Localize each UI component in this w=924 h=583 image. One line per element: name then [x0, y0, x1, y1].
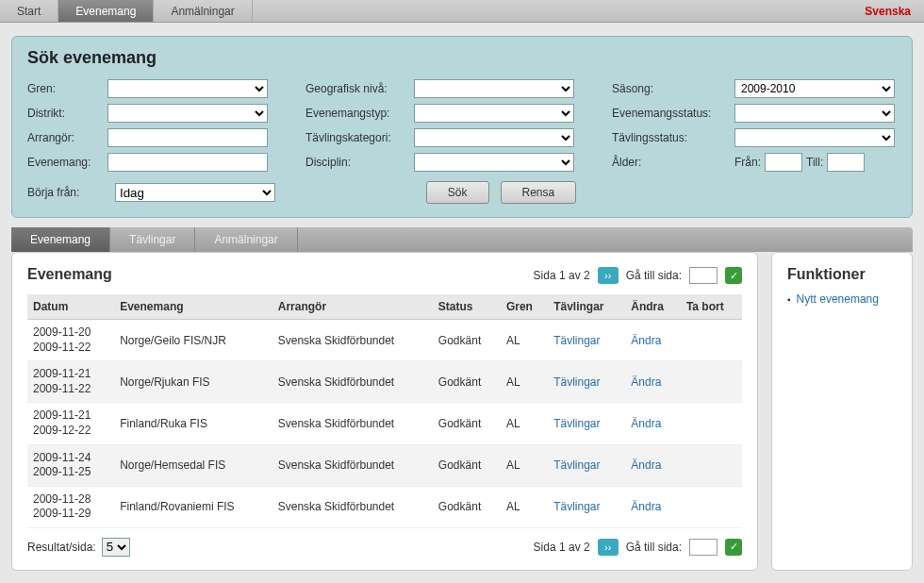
link-andra[interactable]: Ändra — [631, 458, 661, 472]
table-row: 2009-11-282009-11-29Finland/Rovaniemi FI… — [27, 486, 742, 527]
top-tab-start[interactable]: Start — [0, 0, 58, 22]
link-tavlingar[interactable]: Tävlingar — [553, 417, 600, 430]
cell-name: Norge/Rjukan FIS — [114, 361, 272, 403]
pager-next-bottom-icon[interactable]: ›› — [598, 539, 619, 556]
label-tavstatus: Tävlingsstatus: — [612, 131, 734, 144]
cell-date: 2009-11-212009-11-22 — [27, 361, 114, 403]
col-andra: Ändra — [625, 294, 681, 320]
cell-tabort — [681, 361, 742, 403]
cell-gren: AL — [501, 361, 548, 403]
goto-label-top: Gå till sida: — [626, 269, 682, 282]
input-alder-fran[interactable] — [765, 153, 802, 172]
language-switch[interactable]: Svenska — [851, 0, 924, 22]
table-row: 2009-11-212009-12-22Finland/Ruka FISSven… — [27, 403, 742, 444]
goto-button-bottom-icon[interactable]: ✓ — [725, 539, 742, 556]
link-tavlingar[interactable]: Tävlingar — [553, 458, 600, 472]
table-row: 2009-11-242009-11-25Norge/Hemsedal FISSv… — [27, 444, 742, 486]
link-tavlingar[interactable]: Tävlingar — [553, 375, 600, 389]
select-distrikt[interactable] — [107, 104, 268, 123]
goto-input-bottom[interactable] — [689, 539, 718, 556]
link-tavlingar[interactable]: Tävlingar — [553, 334, 600, 347]
search-title: Sök evenemang — [27, 48, 897, 68]
select-gren[interactable] — [107, 79, 268, 98]
goto-input-top[interactable] — [689, 267, 718, 284]
events-panel: Evenemang Sida 1 av 2 ›› Gå till sida: ✓… — [11, 252, 758, 571]
col-datum: Datum — [27, 294, 114, 320]
cell-gren: AL — [501, 320, 548, 361]
select-tavstatus[interactable] — [734, 128, 895, 147]
cell-status: Godkänt — [433, 486, 501, 527]
cell-arrangor: Svenska Skidförbundet — [272, 361, 433, 403]
subtab-tavlingar[interactable]: Tävlingar — [110, 227, 195, 252]
link-tavlingar[interactable]: Tävlingar — [553, 500, 600, 513]
cell-name: Finland/Ruka FIS — [114, 403, 272, 444]
cell-name: Norge/Hemsedal FIS — [114, 444, 272, 486]
cell-status: Godkänt — [433, 444, 501, 486]
results-label: Resultat/sida: — [27, 541, 96, 554]
input-arrangor[interactable] — [107, 128, 268, 147]
cell-tabort — [681, 444, 742, 486]
select-typ[interactable] — [414, 104, 574, 123]
cell-tabort — [681, 320, 742, 361]
pager-next-top-icon[interactable]: ›› — [598, 267, 619, 284]
subtabs: Evenemang Tävlingar Anmälningar — [11, 227, 913, 252]
cell-date: 2009-11-202009-11-22 — [27, 320, 114, 361]
label-kategori: Tävlingskategori: — [305, 131, 414, 144]
link-andra[interactable]: Ändra — [631, 334, 661, 347]
cell-tabort — [681, 486, 742, 527]
cell-date: 2009-11-282009-11-29 — [27, 486, 114, 527]
col-status: Status — [433, 294, 501, 320]
cell-date: 2009-11-212009-12-22 — [27, 403, 114, 444]
select-kategori[interactable] — [414, 128, 574, 147]
pager-text-top: Sida 1 av 2 — [534, 269, 590, 282]
label-evenemang: Evenemang: — [27, 156, 107, 169]
search-button[interactable]: Sök — [426, 181, 489, 204]
link-andra[interactable]: Ändra — [631, 500, 661, 513]
select-sasong[interactable]: 2009-2010 — [734, 79, 895, 98]
select-borja[interactable]: Idag — [115, 183, 275, 202]
label-fran: Från: — [734, 156, 761, 169]
subtab-anmalningar[interactable]: Anmälningar — [195, 227, 297, 252]
functions-panel: Funktioner Nytt evenemang — [771, 252, 913, 571]
input-alder-till[interactable] — [827, 153, 865, 172]
cell-tabort — [681, 403, 742, 444]
cell-gren: AL — [501, 444, 548, 486]
cell-status: Godkänt — [433, 320, 501, 361]
input-evenemang[interactable] — [107, 153, 268, 172]
subtab-evenemang[interactable]: Evenemang — [11, 227, 110, 252]
link-andra[interactable]: Ändra — [631, 375, 661, 389]
select-disciplin[interactable] — [414, 153, 574, 172]
label-sasong: Säsong: — [612, 82, 734, 95]
pager-text-bottom: Sida 1 av 2 — [534, 541, 590, 554]
cell-date: 2009-11-242009-11-25 — [27, 444, 114, 486]
top-tab-anmalningar[interactable]: Anmälningar — [154, 0, 252, 22]
cell-name: Finland/Rovaniemi FIS — [114, 486, 272, 527]
top-tab-evenemang[interactable]: Evenemang — [58, 0, 154, 22]
cell-arrangor: Svenska Skidförbundet — [272, 444, 433, 486]
label-arrangor: Arrangör: — [27, 131, 107, 144]
cell-status: Godkänt — [433, 403, 501, 444]
col-gren: Gren — [501, 294, 548, 320]
label-gren: Gren: — [27, 82, 107, 95]
top-nav: Start Evenemang Anmälningar Svenska — [0, 0, 924, 23]
cell-arrangor: Svenska Skidförbundet — [272, 486, 433, 527]
functions-title: Funktioner — [787, 266, 897, 283]
cell-arrangor: Svenska Skidförbundet — [272, 320, 433, 361]
results-select[interactable]: 5 — [102, 538, 130, 557]
col-tabort: Ta bort — [681, 294, 742, 320]
clear-button[interactable]: Rensa — [501, 181, 577, 204]
label-distrikt: Distrikt: — [27, 107, 107, 120]
col-evenemang: Evenemang — [114, 294, 272, 320]
label-till: Till: — [806, 156, 823, 169]
goto-button-top-icon[interactable]: ✓ — [725, 267, 742, 284]
events-table: Datum Evenemang Arrangör Status Gren Täv… — [27, 294, 742, 528]
col-tavlingar: Tävlingar — [548, 294, 625, 320]
select-geo[interactable] — [414, 79, 574, 98]
select-evstatus[interactable] — [734, 104, 895, 123]
events-title: Evenemang — [27, 266, 112, 283]
link-andra[interactable]: Ändra — [631, 417, 661, 430]
cell-gren: AL — [501, 486, 548, 527]
link-nytt-evenemang[interactable]: Nytt evenemang — [797, 292, 879, 306]
cell-name: Norge/Geilo FIS/NJR — [114, 320, 272, 361]
cell-gren: AL — [501, 403, 548, 444]
